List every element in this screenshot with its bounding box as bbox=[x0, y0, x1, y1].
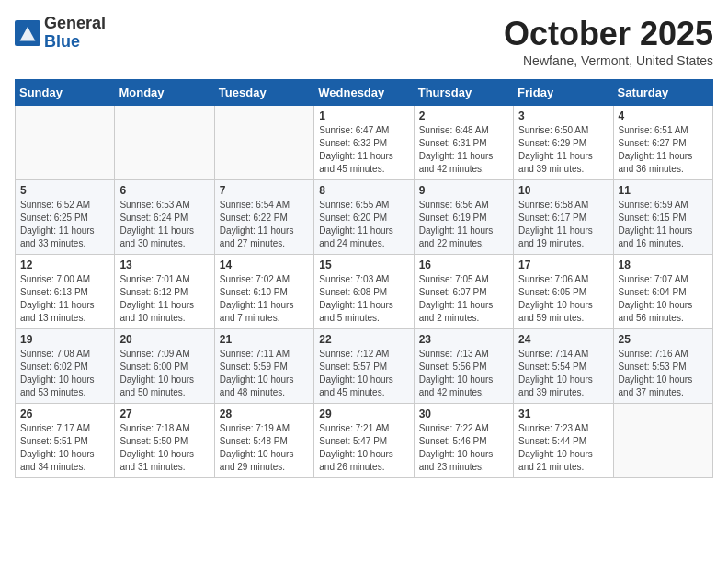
weekday-header: Friday bbox=[514, 80, 613, 106]
weekday-header-row: SundayMondayTuesdayWednesdayThursdayFrid… bbox=[16, 80, 713, 106]
calendar-week-row: 12Sunrise: 7:00 AM Sunset: 6:13 PM Dayli… bbox=[16, 255, 713, 329]
calendar-cell: 24Sunrise: 7:14 AM Sunset: 5:54 PM Dayli… bbox=[514, 329, 613, 404]
day-info: Sunrise: 7:08 AM Sunset: 6:02 PM Dayligh… bbox=[20, 348, 109, 399]
calendar-cell: 8Sunrise: 6:55 AM Sunset: 6:20 PM Daylig… bbox=[314, 180, 414, 255]
weekday-header: Tuesday bbox=[214, 80, 313, 106]
day-number: 5 bbox=[20, 184, 109, 197]
calendar-cell: 11Sunrise: 6:59 AM Sunset: 6:15 PM Dayli… bbox=[613, 180, 712, 255]
calendar-week-row: 1Sunrise: 6:47 AM Sunset: 6:32 PM Daylig… bbox=[16, 106, 713, 180]
day-info: Sunrise: 7:23 AM Sunset: 5:44 PM Dayligh… bbox=[518, 422, 608, 474]
calendar-cell: 28Sunrise: 7:19 AM Sunset: 5:48 PM Dayli… bbox=[214, 404, 313, 478]
title-block: October 2025 Newfane, Vermont, United St… bbox=[504, 15, 713, 68]
month-title: October 2025 bbox=[504, 15, 713, 53]
day-number: 23 bbox=[419, 333, 508, 346]
page-header: General Blue October 2025 Newfane, Vermo… bbox=[15, 15, 713, 68]
weekday-header: Thursday bbox=[414, 80, 513, 106]
day-info: Sunrise: 7:16 AM Sunset: 5:53 PM Dayligh… bbox=[619, 348, 708, 399]
calendar-cell: 3Sunrise: 6:50 AM Sunset: 6:29 PM Daylig… bbox=[514, 106, 613, 180]
day-number: 20 bbox=[119, 333, 209, 346]
day-info: Sunrise: 7:18 AM Sunset: 5:50 PM Dayligh… bbox=[119, 422, 209, 474]
day-number: 14 bbox=[220, 259, 309, 271]
calendar-cell: 1Sunrise: 6:47 AM Sunset: 6:32 PM Daylig… bbox=[314, 106, 414, 180]
calendar-cell: 2Sunrise: 6:48 AM Sunset: 6:31 PM Daylig… bbox=[414, 106, 513, 180]
weekday-header: Sunday bbox=[16, 80, 115, 106]
day-info: Sunrise: 6:52 AM Sunset: 6:25 PM Dayligh… bbox=[20, 199, 109, 250]
day-info: Sunrise: 7:03 AM Sunset: 6:08 PM Dayligh… bbox=[319, 273, 408, 325]
calendar-cell: 14Sunrise: 7:02 AM Sunset: 6:10 PM Dayli… bbox=[214, 255, 313, 329]
calendar-cell: 12Sunrise: 7:00 AM Sunset: 6:13 PM Dayli… bbox=[16, 255, 115, 329]
calendar-cell: 9Sunrise: 6:56 AM Sunset: 6:19 PM Daylig… bbox=[414, 180, 513, 255]
day-number: 6 bbox=[119, 184, 209, 197]
day-number: 18 bbox=[619, 259, 708, 271]
calendar-cell: 6Sunrise: 6:53 AM Sunset: 6:24 PM Daylig… bbox=[115, 180, 214, 255]
calendar-cell: 29Sunrise: 7:21 AM Sunset: 5:47 PM Dayli… bbox=[314, 404, 414, 478]
day-number: 12 bbox=[20, 259, 109, 271]
location: Newfane, Vermont, United States bbox=[504, 53, 713, 68]
day-info: Sunrise: 6:59 AM Sunset: 6:15 PM Dayligh… bbox=[619, 199, 708, 250]
weekday-header: Monday bbox=[115, 80, 214, 106]
day-info: Sunrise: 6:53 AM Sunset: 6:24 PM Dayligh… bbox=[119, 199, 209, 250]
day-number: 22 bbox=[319, 333, 408, 346]
day-number: 24 bbox=[518, 333, 608, 346]
day-number: 28 bbox=[220, 408, 309, 420]
day-info: Sunrise: 7:21 AM Sunset: 5:47 PM Dayligh… bbox=[319, 422, 408, 474]
calendar-week-row: 5Sunrise: 6:52 AM Sunset: 6:25 PM Daylig… bbox=[16, 180, 713, 255]
day-number: 9 bbox=[419, 184, 508, 197]
day-number: 19 bbox=[20, 333, 109, 346]
day-number: 3 bbox=[518, 109, 608, 122]
logo-blue-text: Blue bbox=[44, 33, 106, 52]
day-info: Sunrise: 7:05 AM Sunset: 6:07 PM Dayligh… bbox=[419, 273, 508, 325]
day-number: 11 bbox=[619, 184, 708, 197]
day-number: 13 bbox=[119, 259, 209, 271]
calendar-week-row: 26Sunrise: 7:17 AM Sunset: 5:51 PM Dayli… bbox=[16, 404, 713, 478]
weekday-header: Saturday bbox=[613, 80, 712, 106]
calendar-cell: 25Sunrise: 7:16 AM Sunset: 5:53 PM Dayli… bbox=[613, 329, 712, 404]
logo: General Blue bbox=[15, 15, 106, 52]
day-info: Sunrise: 6:48 AM Sunset: 6:31 PM Dayligh… bbox=[419, 124, 508, 176]
day-info: Sunrise: 7:11 AM Sunset: 5:59 PM Dayligh… bbox=[220, 348, 309, 399]
day-number: 2 bbox=[419, 109, 508, 122]
day-info: Sunrise: 7:00 AM Sunset: 6:13 PM Dayligh… bbox=[20, 273, 109, 325]
day-info: Sunrise: 7:17 AM Sunset: 5:51 PM Dayligh… bbox=[20, 422, 109, 474]
calendar-table: SundayMondayTuesdayWednesdayThursdayFrid… bbox=[15, 79, 713, 478]
day-number: 7 bbox=[220, 184, 309, 197]
calendar-cell: 19Sunrise: 7:08 AM Sunset: 6:02 PM Dayli… bbox=[16, 329, 115, 404]
calendar-cell: 26Sunrise: 7:17 AM Sunset: 5:51 PM Dayli… bbox=[16, 404, 115, 478]
day-info: Sunrise: 7:02 AM Sunset: 6:10 PM Dayligh… bbox=[220, 273, 309, 325]
calendar-cell: 30Sunrise: 7:22 AM Sunset: 5:46 PM Dayli… bbox=[414, 404, 513, 478]
calendar-cell bbox=[16, 106, 115, 180]
calendar-cell bbox=[115, 106, 214, 180]
day-info: Sunrise: 6:56 AM Sunset: 6:19 PM Dayligh… bbox=[419, 199, 508, 250]
calendar-cell bbox=[613, 404, 712, 478]
day-number: 26 bbox=[20, 408, 109, 420]
day-info: Sunrise: 7:01 AM Sunset: 6:12 PM Dayligh… bbox=[119, 273, 209, 325]
day-number: 25 bbox=[619, 333, 708, 346]
weekday-header: Wednesday bbox=[314, 80, 414, 106]
calendar-cell: 23Sunrise: 7:13 AM Sunset: 5:56 PM Dayli… bbox=[414, 329, 513, 404]
calendar-cell: 27Sunrise: 7:18 AM Sunset: 5:50 PM Dayli… bbox=[115, 404, 214, 478]
day-info: Sunrise: 6:51 AM Sunset: 6:27 PM Dayligh… bbox=[619, 124, 708, 176]
day-number: 1 bbox=[319, 109, 408, 122]
calendar-cell: 5Sunrise: 6:52 AM Sunset: 6:25 PM Daylig… bbox=[16, 180, 115, 255]
day-number: 21 bbox=[220, 333, 309, 346]
calendar-cell: 31Sunrise: 7:23 AM Sunset: 5:44 PM Dayli… bbox=[514, 404, 613, 478]
logo-general-text: General bbox=[44, 15, 106, 33]
day-number: 15 bbox=[319, 259, 408, 271]
day-info: Sunrise: 7:14 AM Sunset: 5:54 PM Dayligh… bbox=[518, 348, 608, 399]
day-number: 8 bbox=[319, 184, 408, 197]
day-number: 27 bbox=[119, 408, 209, 420]
day-number: 4 bbox=[619, 109, 708, 122]
calendar-cell bbox=[214, 106, 313, 180]
calendar-cell: 18Sunrise: 7:07 AM Sunset: 6:04 PM Dayli… bbox=[613, 255, 712, 329]
day-info: Sunrise: 6:54 AM Sunset: 6:22 PM Dayligh… bbox=[220, 199, 309, 250]
day-info: Sunrise: 7:09 AM Sunset: 6:00 PM Dayligh… bbox=[119, 348, 209, 399]
day-info: Sunrise: 7:19 AM Sunset: 5:48 PM Dayligh… bbox=[220, 422, 309, 474]
day-info: Sunrise: 6:58 AM Sunset: 6:17 PM Dayligh… bbox=[518, 199, 608, 250]
day-info: Sunrise: 7:06 AM Sunset: 6:05 PM Dayligh… bbox=[518, 273, 608, 325]
day-info: Sunrise: 6:55 AM Sunset: 6:20 PM Dayligh… bbox=[319, 199, 408, 250]
calendar-cell: 22Sunrise: 7:12 AM Sunset: 5:57 PM Dayli… bbox=[314, 329, 414, 404]
calendar-week-row: 19Sunrise: 7:08 AM Sunset: 6:02 PM Dayli… bbox=[16, 329, 713, 404]
day-info: Sunrise: 6:47 AM Sunset: 6:32 PM Dayligh… bbox=[319, 124, 408, 176]
calendar-cell: 10Sunrise: 6:58 AM Sunset: 6:17 PM Dayli… bbox=[514, 180, 613, 255]
day-info: Sunrise: 7:12 AM Sunset: 5:57 PM Dayligh… bbox=[319, 348, 408, 399]
